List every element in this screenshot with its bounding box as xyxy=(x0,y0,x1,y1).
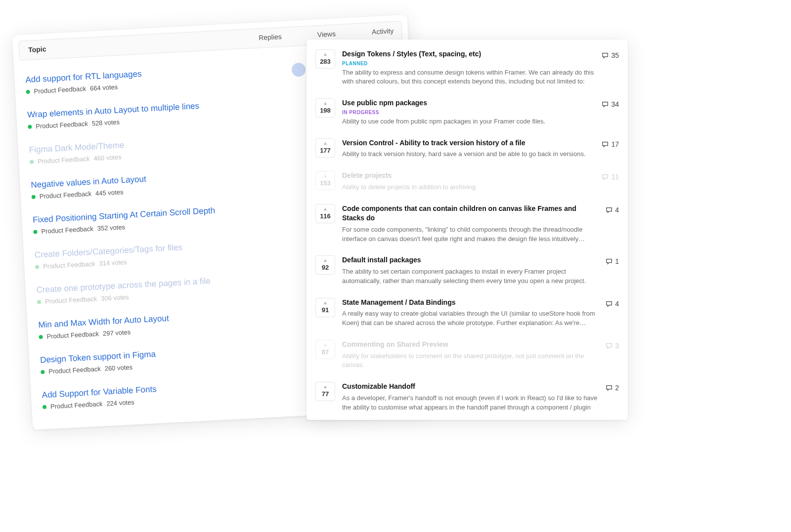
comments-link[interactable]: 35 xyxy=(602,51,619,59)
category-dot-icon xyxy=(28,124,32,128)
request-title-link[interactable]: Design Tokens / Styles (Text, spacing, e… xyxy=(342,49,595,59)
request-description: A really easy way to create global varia… xyxy=(342,309,599,328)
category-dot-icon xyxy=(43,405,46,409)
upvote-button[interactable]: ▲116 xyxy=(315,204,335,223)
comment-icon xyxy=(602,101,609,108)
topic-votes: 297 votes xyxy=(103,328,131,337)
topic-category[interactable]: Product Feedback xyxy=(48,365,101,375)
upvote-arrow-icon: ▲ xyxy=(316,52,335,57)
topic-votes: 664 votes xyxy=(90,83,118,92)
request-title-link[interactable]: Code components that can contain childre… xyxy=(342,204,599,223)
request-description: For some code components, "linking" to c… xyxy=(342,225,599,244)
topic-category[interactable]: Product Feedback xyxy=(39,190,91,201)
comments-link[interactable]: 17 xyxy=(602,140,619,148)
request-description: Ability for stakeholders to comment on t… xyxy=(342,352,599,370)
topic-category[interactable]: Product Feedback xyxy=(45,295,97,305)
header-replies[interactable]: Replies xyxy=(250,32,290,42)
request-row: ▲116Code components that can contain chi… xyxy=(315,199,619,251)
request-status-badge: PLANNED xyxy=(342,61,595,66)
upvote-button[interactable]: ▲87 xyxy=(315,340,335,359)
comments-link[interactable]: 4 xyxy=(606,300,619,308)
upvote-count: 87 xyxy=(322,348,329,356)
comments-link[interactable]: 4 xyxy=(606,206,619,214)
header-topic: Topic xyxy=(28,45,46,54)
upvote-button[interactable]: ▲177 xyxy=(315,138,335,158)
topic-category[interactable]: Product Feedback xyxy=(50,400,103,410)
request-title-link[interactable]: Version Control - Ability to track versi… xyxy=(342,138,595,148)
comments-count: 35 xyxy=(611,51,619,59)
upvote-arrow-icon: ▲ xyxy=(316,342,335,347)
avatar[interactable] xyxy=(291,63,306,77)
upvote-button[interactable]: ▲283 xyxy=(315,49,335,69)
comments-count: 2 xyxy=(615,384,619,392)
category-dot-icon xyxy=(26,89,30,93)
upvote-arrow-icon: ▲ xyxy=(316,384,335,389)
header-activity[interactable]: Activity xyxy=(363,26,403,36)
request-row: ▲283Design Tokens / Styles (Text, spacin… xyxy=(315,44,619,93)
comments-count: 4 xyxy=(615,206,619,214)
upvote-button[interactable]: ▲153 xyxy=(315,171,335,190)
comments-count: 11 xyxy=(611,173,619,181)
upvote-count: 198 xyxy=(320,107,331,114)
topic-votes: 528 votes xyxy=(91,118,120,127)
category-dot-icon xyxy=(35,265,39,269)
comments-link[interactable]: 3 xyxy=(606,342,619,350)
comment-icon xyxy=(602,141,609,148)
request-title-link[interactable]: Delete projects xyxy=(342,171,595,181)
topic-category[interactable]: Product Feedback xyxy=(36,120,88,130)
upvote-arrow-icon: ▲ xyxy=(316,141,335,146)
topic-category[interactable]: Product Feedback xyxy=(38,155,90,165)
comment-icon xyxy=(602,173,609,180)
category-dot-icon xyxy=(37,300,41,304)
comment-icon xyxy=(606,342,613,349)
category-dot-icon xyxy=(33,230,37,234)
comments-link[interactable]: 1 xyxy=(606,257,619,265)
topic-votes: 224 votes xyxy=(106,399,134,408)
upvote-count: 77 xyxy=(322,390,329,398)
topic-category[interactable]: Product Feedback xyxy=(41,225,93,235)
topic-category[interactable]: Product Feedback xyxy=(46,330,99,340)
upvote-button[interactable]: ▲91 xyxy=(315,298,335,317)
topic-category[interactable]: Product Feedback xyxy=(43,260,95,270)
request-status-badge: IN PROGRESS xyxy=(342,110,595,115)
request-description: Ability to track version history, hard s… xyxy=(342,150,595,159)
comments-link[interactable]: 2 xyxy=(606,384,619,392)
comment-icon xyxy=(606,384,613,391)
comment-icon xyxy=(606,300,613,307)
comments-count: 34 xyxy=(611,100,619,108)
topic-title-link[interactable]: Figma Dark Mode/Theme xyxy=(29,140,125,155)
upvote-button[interactable]: ▲198 xyxy=(315,98,335,118)
upvote-arrow-icon: ▲ xyxy=(316,300,335,305)
upvote-button[interactable]: ▲92 xyxy=(315,255,335,275)
request-title-link[interactable]: Use public npm packages xyxy=(342,98,595,108)
feature-request-card: ▲283Design Tokens / Styles (Text, spacin… xyxy=(307,40,628,420)
request-row: ▲92Default install packagesThe ability t… xyxy=(315,250,619,292)
request-description: The ability to set certain component pac… xyxy=(342,267,599,286)
request-title-link[interactable]: Default install packages xyxy=(342,255,599,265)
upvote-count: 177 xyxy=(320,147,331,154)
topic-category[interactable]: Product Feedback xyxy=(34,85,86,95)
topic-votes: 260 votes xyxy=(104,364,132,372)
comment-icon xyxy=(606,258,613,265)
request-description: The ability to express and consume desig… xyxy=(342,68,595,87)
request-row: ▲153Delete projectsAbility to delete pro… xyxy=(315,166,619,199)
upvote-button[interactable]: ▲77 xyxy=(315,382,335,401)
comments-link[interactable]: 11 xyxy=(602,173,619,181)
upvote-count: 91 xyxy=(322,306,329,314)
request-title-link[interactable]: Customizable Handoff xyxy=(342,382,599,392)
request-row: ▲198Use public npm packagesIN PROGRESSAb… xyxy=(315,93,619,133)
topic-votes: 352 votes xyxy=(97,223,125,232)
header-views[interactable]: Views xyxy=(307,29,347,39)
topic-votes: 445 votes xyxy=(95,188,124,197)
upvote-arrow-icon: ▲ xyxy=(316,206,335,211)
request-title-link[interactable]: State Management / Data Bindings xyxy=(342,298,599,308)
category-dot-icon xyxy=(30,160,34,164)
request-row: ▲91State Management / Data BindingsA rea… xyxy=(315,293,619,335)
upvote-arrow-icon: ▲ xyxy=(316,101,335,106)
upvote-count: 116 xyxy=(320,212,331,220)
request-description: As a developer, Framer's handoff is not … xyxy=(342,394,599,412)
request-row: ▲70Ability to add stops in gradientsAdd … xyxy=(315,419,619,420)
comments-link[interactable]: 34 xyxy=(602,100,619,108)
request-title-link[interactable]: Commenting on Shared Preview xyxy=(342,340,599,350)
upvote-count: 283 xyxy=(320,58,331,65)
